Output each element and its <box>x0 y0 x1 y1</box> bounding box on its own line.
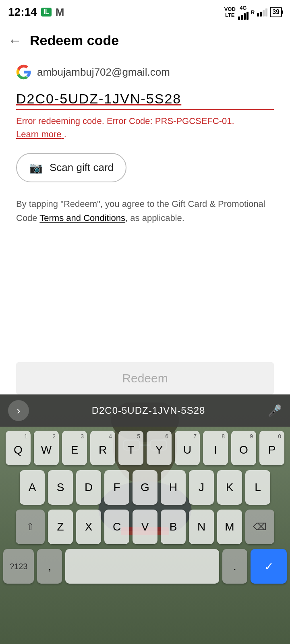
keyboard-rows: 1Q 2W 3E 4R 5T 6Y 7U 8I 9O 0P A S D F G … <box>0 427 290 644</box>
redeem-button-wrap: Redeem <box>0 362 290 394</box>
back-button[interactable]: ← <box>8 33 22 48</box>
account-email: ambujambuj702@gmail.com <box>37 66 170 78</box>
period-key[interactable]: . <box>222 549 247 584</box>
key-c[interactable]: C <box>104 510 129 544</box>
scan-label: Scan gift card <box>50 161 114 174</box>
battery-indicator: 39 <box>270 7 282 17</box>
key-y[interactable]: 6Y <box>147 431 172 465</box>
key-u[interactable]: 7U <box>175 431 200 465</box>
page-title: Redeem code <box>30 33 119 48</box>
key-w[interactable]: 2W <box>34 431 59 465</box>
status-bar: 12:14 IL M VOD LTE 4G R 39 <box>0 0 290 24</box>
account-row: ambujambuj702@gmail.com <box>16 64 274 80</box>
keyboard-row-2: A S D F G H J K L <box>3 470 287 505</box>
comma-key[interactable]: , <box>37 549 62 584</box>
code-input[interactable] <box>16 91 274 107</box>
terms-link[interactable]: Terms and Conditions <box>39 213 125 223</box>
keyboard-row-4: ?123 , . ✓ <box>3 549 287 584</box>
key-r[interactable]: 4R <box>90 431 115 465</box>
key-v[interactable]: V <box>133 510 157 544</box>
key-p[interactable]: 0P <box>259 431 284 465</box>
app-bar: ← Redeem code <box>0 24 290 56</box>
key-x[interactable]: X <box>76 510 101 544</box>
camera-icon: 📷 <box>29 161 43 174</box>
key-g[interactable]: G <box>133 470 157 505</box>
space-key[interactable] <box>65 549 219 584</box>
key-f[interactable]: F <box>104 470 129 505</box>
status-right-icons: VOD LTE 4G R 39 <box>224 5 282 20</box>
backspace-icon: ⌫ <box>253 521 267 533</box>
key-q[interactable]: 1Q <box>6 431 31 465</box>
key-o[interactable]: 9O <box>231 431 256 465</box>
key-s[interactable]: S <box>48 470 73 505</box>
key-h[interactable]: H <box>161 470 186 505</box>
clipboard-text: D2C0-5UDZ-1JVN-5S28 <box>35 405 261 416</box>
key-e[interactable]: 3E <box>62 431 87 465</box>
key-m[interactable]: M <box>217 510 242 544</box>
main-content: ambujambuj702@gmail.com Error redeeming … <box>0 56 290 241</box>
key-i[interactable]: 8I <box>203 431 228 465</box>
done-key[interactable]: ✓ <box>251 549 287 584</box>
keyboard-row-1: 1Q 2W 3E 4R 5T 6Y 7U 8I 9O 0P <box>3 431 287 465</box>
redeem-button[interactable]: Redeem <box>16 362 274 394</box>
done-icon: ✓ <box>264 560 273 573</box>
keyboard-row-3: ⇧ Z X C V B N M ⌫ <box>3 510 287 544</box>
mail-icon: M <box>56 6 64 19</box>
code-input-wrap[interactable] <box>16 91 274 110</box>
key-t[interactable]: 5T <box>118 431 143 465</box>
shift-key[interactable]: ⇧ <box>16 510 45 544</box>
backspace-key[interactable]: ⌫ <box>245 510 274 544</box>
key-k[interactable]: K <box>217 470 242 505</box>
mic-icon[interactable]: 🎤 <box>268 404 282 417</box>
vod-lte-label: VOD <box>224 6 236 12</box>
key-d[interactable]: D <box>76 470 101 505</box>
signal-bars <box>238 11 249 20</box>
google-logo <box>16 64 31 80</box>
network-badge: IL <box>41 8 52 17</box>
clipboard-expand-button[interactable]: › <box>8 400 29 421</box>
key-j[interactable]: J <box>189 470 214 505</box>
error-message: Error redeeming code. Error Code: PRS-PG… <box>16 114 274 141</box>
key-a[interactable]: A <box>20 470 45 505</box>
r-signal-bars <box>257 8 267 17</box>
status-time: 12:14 <box>8 6 37 19</box>
key-n[interactable]: N <box>189 510 214 544</box>
scan-gift-card-button[interactable]: 📷 Scan gift card <box>16 153 126 182</box>
key-z[interactable]: Z <box>48 510 73 544</box>
key-l[interactable]: L <box>245 470 270 505</box>
terms-text: By tapping "Redeem", you agree to the Gi… <box>16 197 274 225</box>
shift-icon: ⇧ <box>26 521 34 533</box>
learn-more-link[interactable]: Learn more <box>16 129 64 139</box>
clipboard-bar: › D2C0-5UDZ-1JVN-5S28 🎤 <box>0 394 290 427</box>
symbols-label: ?123 <box>10 562 28 571</box>
keyboard-area: › D2C0-5UDZ-1JVN-5S28 🎤 1Q 2W 3E 4R 5T 6… <box>0 394 290 644</box>
key-b[interactable]: B <box>161 510 186 544</box>
symbols-key[interactable]: ?123 <box>3 549 34 584</box>
